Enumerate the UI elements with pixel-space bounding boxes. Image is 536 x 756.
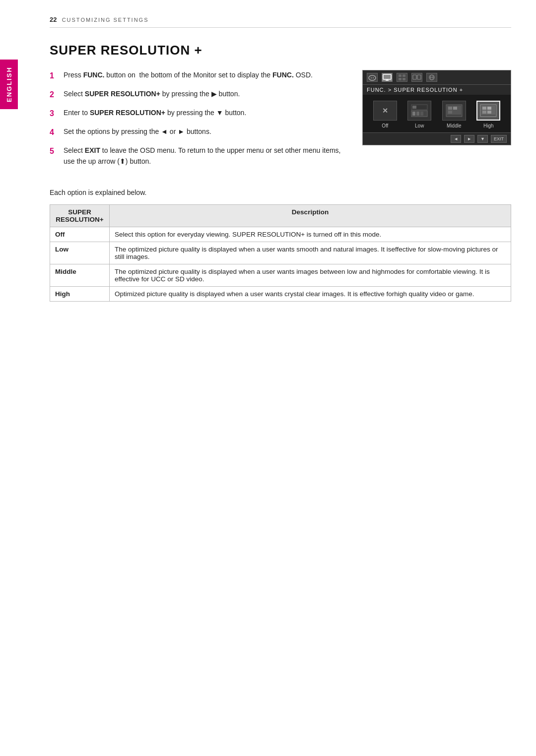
svg-rect-21: [412, 106, 416, 109]
osd-bottom-bar: ◄ ► ▼ EXIT: [363, 132, 511, 145]
svg-rect-33: [487, 111, 491, 114]
svg-rect-18: [416, 112, 419, 116]
step-5-number: 5: [50, 145, 59, 167]
table-cell-desc-high: Optimized picture quality is displayed w…: [110, 287, 511, 302]
svg-rect-8: [402, 74, 405, 77]
osd-nav-down: ▼: [477, 135, 488, 143]
osd-mockup: FUNC. > SUPER RESOLUTION + ✕ Off: [362, 70, 511, 145]
step-3: 3 Enter to SUPER RESOLUTION+ by pressing…: [50, 108, 347, 120]
osd-label-high: High: [483, 123, 494, 128]
table-row: Low The optimized picture quality is dis…: [50, 242, 511, 264]
table-row: Middle The optimized picture quality is …: [50, 264, 511, 287]
svg-rect-26: [448, 111, 452, 114]
table-cell-desc-off: Select this option for everyday viewing.…: [110, 227, 511, 242]
svg-rect-9: [399, 78, 402, 80]
step-2: 2 Select SUPER RESOLUTION+ by pressing t…: [50, 89, 347, 101]
table-cell-desc-middle: The optimized picture quality is display…: [110, 264, 511, 287]
svg-rect-7: [399, 74, 402, 77]
table-col2-header: Description: [110, 205, 511, 227]
svg-rect-24: [448, 107, 452, 110]
svg-rect-4: [383, 74, 391, 79]
each-option-label: Each option is explained below.: [50, 189, 511, 196]
step-4: 4 Set the options by pressing the ◄ or ►…: [50, 126, 347, 138]
osd-icon-high: [476, 101, 500, 121]
svg-rect-10: [402, 78, 405, 80]
step-2-text: Select SUPER RESOLUTION+ by pressing the…: [64, 89, 240, 101]
osd-icon-middle: [442, 101, 466, 121]
osd-label-middle: Middle: [447, 123, 461, 128]
page-header: 22 CUSTOMIZING SETTINGS: [50, 15, 511, 28]
osd-nav-left: ◄: [451, 135, 461, 143]
resolution-table: SUPER RESOLUTION+ Description Off Select…: [50, 204, 511, 302]
instruction-list: 1 Press FUNC. button on the bottom of th…: [50, 70, 347, 167]
table-cell-desc-low: The optimized picture quality is display…: [110, 242, 511, 264]
osd-top-bar: [363, 70, 511, 85]
table-cell-option-low: Low: [50, 242, 110, 264]
table-row: Off Select this option for everyday view…: [50, 227, 511, 242]
osd-nav-right: ►: [464, 135, 474, 143]
step-2-number: 2: [50, 89, 59, 101]
svg-point-0: [369, 75, 376, 80]
table-col1-header: SUPER RESOLUTION+: [50, 205, 110, 227]
osd-icon-grid: [397, 73, 407, 82]
svg-rect-11: [413, 75, 416, 79]
step-5-text: Select EXIT to leave the OSD menu. To re…: [64, 145, 347, 167]
osd-nav-exit: EXIT: [491, 135, 507, 143]
osd-icon-low: [407, 101, 431, 121]
instructions-column: 1 Press FUNC. button on the bottom of th…: [50, 70, 347, 174]
content-row: 1 Press FUNC. button on the bottom of th…: [50, 70, 511, 174]
osd-option-off: ✕ Off: [373, 101, 397, 128]
section-label: CUSTOMIZING SETTINGS: [62, 17, 149, 23]
osd-label-off: Off: [382, 123, 388, 128]
svg-rect-17: [412, 112, 415, 116]
table-cell-option-high: High: [50, 287, 110, 302]
svg-rect-12: [417, 75, 421, 79]
step-4-number: 4: [50, 126, 59, 138]
osd-option-middle: Middle: [442, 101, 466, 128]
osd-icon-game: [367, 73, 378, 82]
page-number: 22: [50, 16, 57, 23]
osd-icon-monitor: [382, 73, 393, 82]
svg-rect-19: [420, 112, 423, 116]
osd-option-low: Low: [407, 101, 431, 128]
osd-mockup-column: FUNC. > SUPER RESOLUTION + ✕ Off: [362, 70, 511, 174]
section-title: SUPER RESOLUTION +: [50, 43, 511, 58]
svg-rect-31: [487, 107, 491, 110]
step-4-text: Set the options by pressing the ◄ or ► b…: [64, 126, 211, 138]
step-3-text: Enter to SUPER RESOLUTION+ by pressing t…: [64, 108, 246, 120]
step-1-number: 1: [50, 70, 59, 82]
osd-options-row: ✕ Off: [363, 95, 511, 132]
osd-label-low: Low: [415, 123, 424, 128]
svg-rect-27: [453, 111, 457, 114]
osd-icon-dual: [411, 73, 422, 82]
step-3-number: 3: [50, 108, 59, 120]
svg-rect-25: [453, 107, 457, 110]
svg-point-3: [373, 77, 374, 78]
osd-option-high: High: [476, 101, 500, 128]
osd-icon-globe: [426, 73, 437, 82]
table-cell-option-off: Off: [50, 227, 110, 242]
table-row: High Optimized picture quality is displa…: [50, 287, 511, 302]
step-1: 1 Press FUNC. button on the bottom of th…: [50, 70, 347, 82]
step-1-text: Press FUNC. button on the bottom of the …: [64, 70, 313, 82]
svg-rect-32: [482, 111, 486, 114]
step-5: 5 Select EXIT to leave the OSD menu. To …: [50, 145, 347, 167]
osd-label: FUNC. > SUPER RESOLUTION +: [363, 85, 511, 95]
table-cell-option-middle: Middle: [50, 264, 110, 287]
svg-rect-30: [482, 107, 486, 110]
osd-icon-off: ✕: [373, 101, 397, 121]
sidebar-language-label: ENGLISH: [0, 60, 18, 109]
